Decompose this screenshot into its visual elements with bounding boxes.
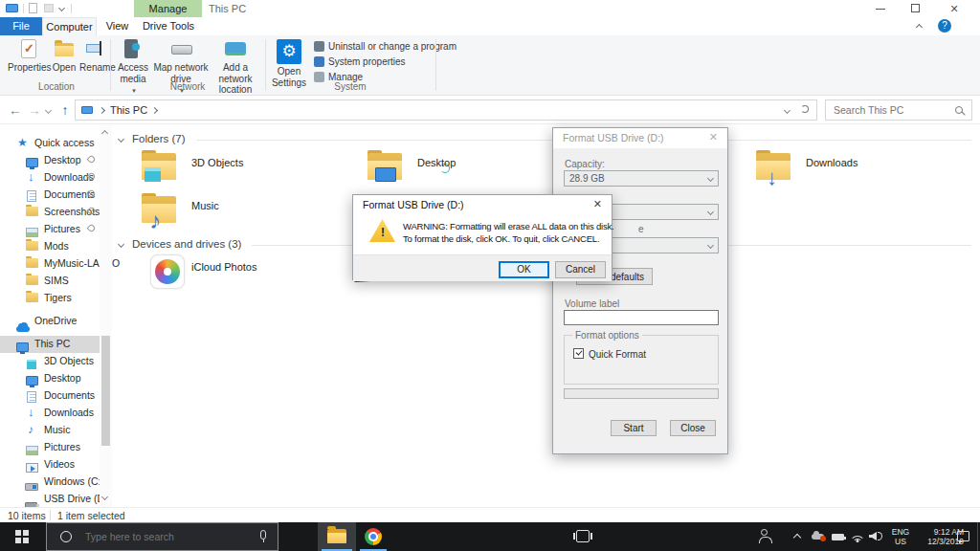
sidebar-item-usb-drive[interactable]: USB Drive (D:) <box>0 491 100 508</box>
sidebar-item-pc-pictures[interactable]: Pictures <box>0 439 100 456</box>
back-button[interactable]: ← <box>4 96 27 124</box>
quick-format-label[interactable]: Quick Format <box>589 349 646 360</box>
task-view-button[interactable] <box>283 522 316 551</box>
new-folder-quick-icon[interactable] <box>44 4 54 12</box>
sidebar-item-mods[interactable]: Mods <box>0 238 100 255</box>
sidebar-item-3d-objects[interactable]: 3D Objects <box>0 353 100 370</box>
scroll-down-icon[interactable] <box>101 494 108 500</box>
start-button[interactable]: Start <box>611 420 657 436</box>
warning-dialog-footer: OK Cancel <box>353 254 612 281</box>
sidebar-item-desktop[interactable]: Desktop <box>0 152 100 169</box>
battery-icon[interactable] <box>832 534 844 540</box>
ok-button[interactable]: OK <box>499 261 549 278</box>
tab-computer[interactable]: Computer <box>42 17 97 35</box>
tab-view[interactable]: View <box>97 17 138 35</box>
format-usb-dialog: Format USB Drive (D:) ✕ Capacity: 28.9 G… <box>552 127 728 454</box>
rename-button[interactable]: Rename <box>78 37 117 74</box>
chevron-down-icon <box>707 242 714 249</box>
sidebar-item-downloads[interactable]: ↓ Downloads <box>0 169 100 187</box>
tile-desktop[interactable]: Desktop <box>362 148 553 190</box>
sidebar-item-pc-music[interactable]: ♪ Music <box>0 422 100 439</box>
close-icon[interactable]: ✕ <box>709 131 718 143</box>
sidebar-item-mymusic[interactable]: MyMusic-LAPTO <box>0 255 100 273</box>
onedrive-tray-icon[interactable] <box>812 534 824 540</box>
main-area: ★ Quick access Desktop ↓ Downloads Docum… <box>0 125 980 507</box>
people-icon[interactable] <box>761 529 768 536</box>
scroll-up-icon[interactable] <box>101 130 108 137</box>
properties-button[interactable]: Properties <box>8 37 50 74</box>
breadcrumb-chevron-icon[interactable] <box>151 107 158 114</box>
sidebar-item-this-pc[interactable]: This PC <box>0 336 100 353</box>
help-icon[interactable]: ? <box>938 19 951 33</box>
allocation-unit-label-fragment: e <box>638 224 644 234</box>
tile-icloud-photos[interactable]: iCloud Photos <box>136 253 327 295</box>
sidebar-item-pc-documents[interactable]: Documents <box>0 387 100 405</box>
hidden-icons-chevron-icon[interactable] <box>793 534 801 541</box>
microphone-icon[interactable] <box>260 530 266 540</box>
language-indicator[interactable]: ENG US <box>888 527 913 546</box>
breadcrumb-this-pc[interactable]: This PC <box>110 104 147 116</box>
collapse-folders-icon[interactable] <box>118 136 124 143</box>
sidebar-item-screenshots[interactable]: Screenshots <box>0 204 100 221</box>
start-button[interactable] <box>0 522 46 551</box>
tile-downloads[interactable]: ↓ Downloads <box>750 148 942 190</box>
forward-button[interactable]: → <box>25 96 44 124</box>
tab-drive-tools[interactable]: Drive Tools <box>138 17 199 35</box>
search-icon[interactable] <box>955 106 963 114</box>
sidebar-scrollbar[interactable] <box>100 125 112 507</box>
uninstall-label: Uninstall or change a program <box>328 41 457 52</box>
taskbar-file-explorer[interactable] <box>318 522 356 551</box>
action-center-icon[interactable] <box>957 531 969 541</box>
taskbar-search[interactable] <box>46 522 278 551</box>
address-bar[interactable]: This PC <box>75 99 817 121</box>
volume-label-input[interactable] <box>564 310 719 325</box>
sidebar-item-onedrive[interactable]: OneDrive <box>0 313 100 330</box>
breadcrumb-chevron-icon[interactable] <box>99 107 105 114</box>
properties-quick-icon[interactable] <box>29 3 37 13</box>
sidebar-item-pc-videos[interactable]: Videos <box>0 456 100 474</box>
warning-icon: ! <box>369 219 395 242</box>
sidebar-item-pc-downloads[interactable]: ↓ Downloads <box>0 405 100 422</box>
address-dropdown-icon[interactable] <box>784 107 791 114</box>
refresh-icon[interactable] <box>801 105 809 113</box>
minimize-button[interactable] <box>864 0 897 17</box>
system-properties-icon <box>314 56 324 67</box>
sidebar-item-documents[interactable]: Documents <box>0 187 100 204</box>
system-properties-button[interactable]: System properties <box>314 55 406 69</box>
scrollbar-thumb[interactable] <box>101 336 110 446</box>
recent-locations-dropdown-icon[interactable] <box>45 107 52 114</box>
search-box[interactable] <box>825 99 972 121</box>
sidebar-item-pc-desktop[interactable]: Desktop <box>0 370 100 387</box>
speaker-icon[interactable] <box>869 532 877 540</box>
quick-format-checkbox[interactable] <box>573 348 584 359</box>
windows-logo-icon <box>15 530 30 544</box>
sidebar-item-pictures[interactable]: Pictures <box>0 221 100 238</box>
taskbar-chrome[interactable] <box>356 522 390 551</box>
customize-qat-dropdown-icon[interactable] <box>58 5 65 11</box>
tile-music[interactable]: ♪ Music <box>136 191 327 233</box>
wifi-icon[interactable] <box>850 531 865 542</box>
open-button[interactable]: Open <box>50 37 78 74</box>
maximize-button[interactable] <box>900 0 932 17</box>
tab-file[interactable]: File <box>0 17 42 35</box>
close-format-button[interactable]: Close <box>670 420 716 436</box>
collapse-ribbon-icon[interactable] <box>916 24 923 31</box>
file-explorer-icon <box>327 529 346 543</box>
devices-group-header[interactable]: Devices and drives (3) <box>132 238 241 250</box>
3d-objects-folder-icon <box>142 151 176 180</box>
taskbar-search-input[interactable] <box>83 528 246 545</box>
search-input[interactable] <box>832 101 951 119</box>
tile-3d-objects[interactable]: 3D Objects <box>136 148 327 190</box>
sidebar-item-sims[interactable]: SIMS <box>0 273 100 290</box>
sidebar-item-windows-c[interactable]: Windows (C:) <box>0 474 100 491</box>
computer-icon[interactable] <box>6 4 18 12</box>
cancel-button[interactable]: Cancel <box>555 261 606 278</box>
up-button[interactable]: ↑ <box>56 96 75 124</box>
folders-group-header[interactable]: Folders (7) <box>132 133 186 144</box>
capacity-select[interactable]: 28.9 GB <box>564 170 719 187</box>
close-button[interactable]: ✕ <box>938 0 970 17</box>
close-icon[interactable]: ✕ <box>593 198 602 210</box>
sidebar-item-tigers[interactable]: Tigers <box>0 290 100 307</box>
sidebar-item-quick-access[interactable]: ★ Quick access <box>0 135 100 152</box>
collapse-devices-icon[interactable] <box>118 241 124 248</box>
